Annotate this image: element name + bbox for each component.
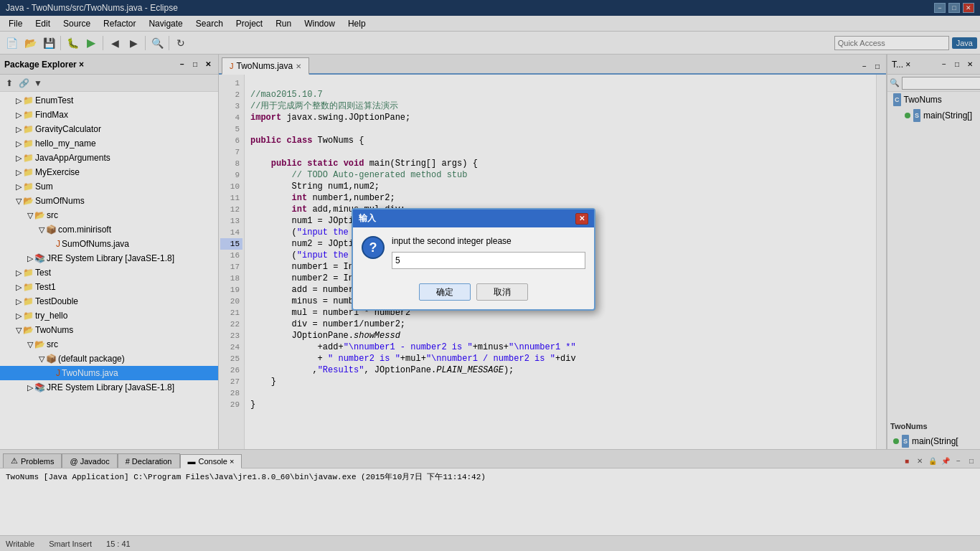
dialog-overlay: 输入 ✕ ? input the second integer please 确… bbox=[0, 0, 980, 551]
dialog-cancel-btn[interactable]: 取消 bbox=[476, 283, 528, 301]
dialog-close-btn[interactable]: ✕ bbox=[575, 213, 588, 225]
dialog-title: 输入 bbox=[359, 212, 376, 225]
dialog-title-bar: 输入 ✕ bbox=[353, 209, 594, 227]
dialog-body: ? input the second integer please bbox=[353, 227, 594, 278]
dialog-message: input the second integer please bbox=[392, 236, 585, 246]
dialog-input-field[interactable] bbox=[392, 252, 585, 269]
dialog-confirm-btn[interactable]: 确定 bbox=[419, 283, 471, 301]
input-dialog: 输入 ✕ ? input the second integer please 确… bbox=[352, 208, 595, 311]
dialog-question-icon: ? bbox=[362, 236, 385, 259]
dialog-buttons: 确定 取消 bbox=[353, 278, 594, 309]
dialog-content: input the second integer please bbox=[392, 236, 585, 269]
